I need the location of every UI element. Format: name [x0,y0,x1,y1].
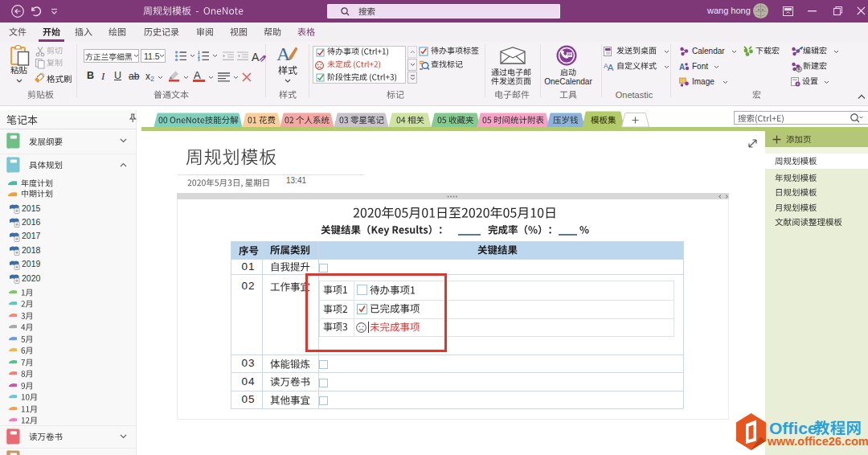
svg-text:A: A [679,63,685,72]
svg-text:A: A [276,43,291,64]
svg-text:A: A [608,63,614,72]
